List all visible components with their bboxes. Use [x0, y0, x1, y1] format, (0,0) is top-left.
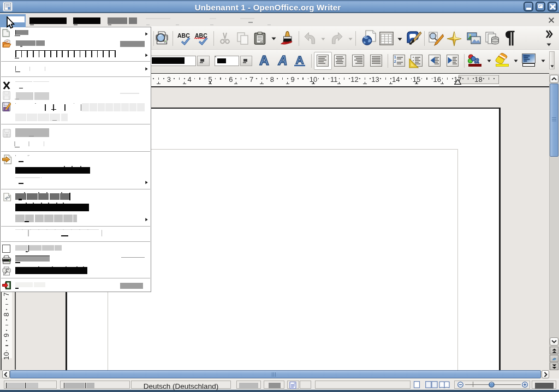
svg-text:a: a — [474, 56, 479, 65]
svg-text:A: A — [295, 54, 304, 66]
svg-text:A: A — [259, 53, 269, 67]
svg-text:A: A — [278, 54, 288, 68]
